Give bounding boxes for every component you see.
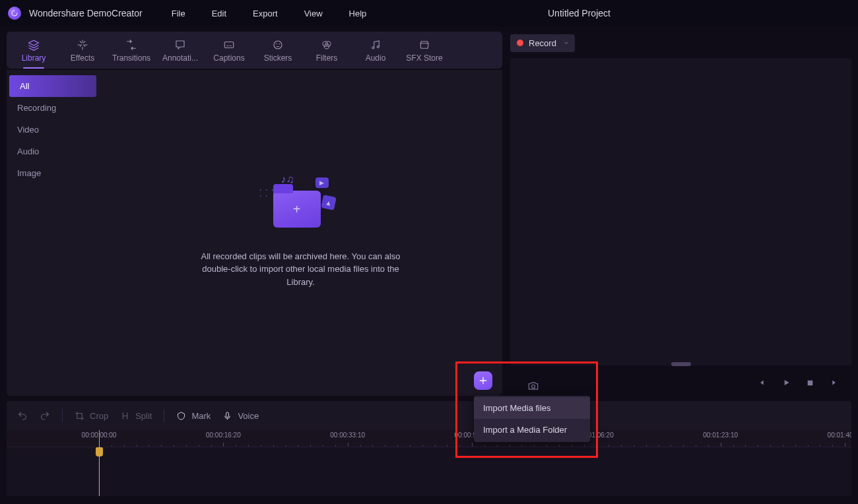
- preview-resize-handle[interactable]: [671, 362, 691, 366]
- annotation-icon: [174, 39, 186, 51]
- crop-label: Crop: [90, 411, 108, 421]
- app-logo: [8, 7, 21, 20]
- audio-icon: [370, 39, 381, 51]
- category-recording[interactable]: Recording: [7, 97, 99, 119]
- menu-export[interactable]: Export: [242, 5, 288, 22]
- svg-rect-9: [807, 380, 812, 385]
- ruler-label: 00:00:33:10: [330, 431, 365, 439]
- menu-view[interactable]: View: [294, 5, 333, 22]
- timeline-ruler[interactable]: 00:00:00:0000:00:16:2000:00:33:1000:00:5…: [7, 430, 851, 447]
- tab-label: Annotati...: [162, 53, 198, 63]
- split-button[interactable]: Split: [120, 411, 152, 421]
- svg-point-7: [372, 47, 374, 49]
- mark-button[interactable]: Mark: [176, 411, 211, 421]
- undo-button[interactable]: [17, 410, 28, 421]
- store-icon: [418, 39, 430, 51]
- voice-label: Voice: [238, 411, 259, 421]
- library-panel: All Recording Video Audio Image • • •• •…: [7, 70, 502, 396]
- next-frame-button[interactable]: [828, 377, 840, 389]
- prev-frame-button[interactable]: [756, 377, 768, 389]
- tab-sfx-store[interactable]: SFX Store: [400, 37, 449, 69]
- tab-label: Transitions: [112, 53, 150, 63]
- tab-label: Library: [22, 53, 46, 63]
- crop-button[interactable]: Crop: [75, 411, 108, 421]
- record-label: Record: [529, 38, 556, 48]
- tab-captions[interactable]: Captions: [205, 37, 253, 69]
- tab-label: Stickers: [264, 53, 292, 63]
- play-button[interactable]: [780, 377, 792, 389]
- menu-edit[interactable]: Edit: [201, 5, 237, 22]
- tab-label: Audio: [366, 53, 386, 63]
- library-empty-text: All recorded clips will be archived here…: [195, 250, 407, 289]
- app-title: Wondershare DemoCreator: [29, 8, 143, 18]
- sticker-icon: [272, 39, 284, 51]
- ruler-label: 00:01:23:10: [703, 431, 738, 439]
- svg-point-10: [532, 385, 535, 388]
- snapshot-icon[interactable]: [527, 379, 540, 393]
- folder-icon: +: [273, 191, 321, 228]
- playhead[interactable]: [99, 430, 100, 496]
- caption-icon: [223, 39, 235, 51]
- empty-folder-illustration: • • •• • ♪♫ ▶ ▲ +: [261, 177, 341, 237]
- timeline[interactable]: 00:00:00:0000:00:16:2000:00:33:1000:00:5…: [7, 430, 851, 496]
- menubar: Wondershare DemoCreator File Edit Export…: [0, 0, 858, 26]
- image-badge-icon: ▲: [321, 195, 337, 210]
- preview-controls: [510, 369, 851, 396]
- menu-file[interactable]: File: [161, 5, 196, 22]
- record-dot-icon: [517, 40, 523, 46]
- chevron-down-icon: [563, 40, 570, 46]
- category-image[interactable]: Image: [7, 162, 99, 184]
- mark-label: Mark: [191, 411, 211, 421]
- ruler-label: 00:01:40:00: [828, 431, 851, 439]
- tab-label: Filters: [316, 53, 338, 63]
- stop-button[interactable]: [804, 377, 816, 389]
- tab-effects[interactable]: Effects: [58, 37, 107, 69]
- tab-annotations[interactable]: Annotati...: [156, 37, 205, 69]
- svg-point-3: [279, 44, 280, 45]
- category-all[interactable]: All: [9, 75, 96, 97]
- tool-tabs: Library Effects Transitions Annotati... …: [7, 32, 502, 69]
- svg-point-2: [276, 44, 277, 45]
- preview-viewport: [510, 58, 851, 365]
- video-badge-icon: ▶: [315, 177, 329, 188]
- svg-point-8: [377, 46, 379, 48]
- track-header-area: [7, 447, 99, 496]
- tab-audio[interactable]: Audio: [351, 37, 400, 69]
- tab-label: SFX Store: [406, 53, 442, 63]
- record-button[interactable]: Record: [510, 34, 575, 52]
- filters-icon: [321, 39, 333, 51]
- library-categories: All Recording Video Audio Image: [7, 70, 99, 396]
- tab-transitions[interactable]: Transitions: [107, 37, 156, 69]
- tab-label: Effects: [71, 53, 94, 63]
- tab-filters[interactable]: Filters: [302, 37, 351, 69]
- split-label: Split: [135, 411, 152, 421]
- category-video[interactable]: Video: [7, 119, 99, 141]
- menu-import-media-folder[interactable]: Import a Media Folder: [474, 419, 590, 441]
- transition-icon: [125, 39, 137, 51]
- tab-stickers[interactable]: Stickers: [253, 37, 302, 69]
- redo-button[interactable]: [40, 410, 50, 421]
- svg-point-1: [274, 41, 282, 49]
- library-empty-state[interactable]: • • •• • ♪♫ ▶ ▲ + All recorded clips wil…: [99, 70, 502, 396]
- sparkle-icon: [77, 39, 88, 51]
- svg-rect-11: [226, 412, 229, 417]
- layers-icon: [28, 39, 40, 51]
- add-media-button[interactable]: [474, 371, 492, 390]
- tab-label: Captions: [213, 53, 244, 63]
- timeline-toolbar: Crop Split Mark Voice: [7, 401, 851, 430]
- add-media-menu: Import Media files Import a Media Folder: [474, 396, 590, 442]
- category-audio[interactable]: Audio: [7, 141, 99, 162]
- menu-import-media-files[interactable]: Import Media files: [474, 397, 590, 419]
- project-title: Untitled Project: [548, 8, 610, 18]
- ruler-label: 00:00:16:20: [206, 431, 241, 439]
- menu-help[interactable]: Help: [339, 5, 378, 22]
- voice-button[interactable]: Voice: [222, 411, 259, 421]
- svg-rect-0: [224, 42, 234, 48]
- tab-library[interactable]: Library: [9, 37, 58, 69]
